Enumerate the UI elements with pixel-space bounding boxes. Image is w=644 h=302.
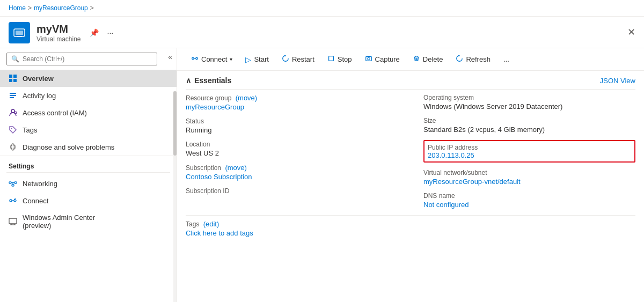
connect-btn-icon xyxy=(191,55,199,64)
more-toolbar-button[interactable]: ... xyxy=(498,52,515,67)
subscription-label: Subscription (move) xyxy=(186,164,398,172)
svg-rect-15 xyxy=(12,185,14,186)
resource-header: myVM Virtual machine 📌 ··· ✕ xyxy=(0,17,644,48)
svg-rect-5 xyxy=(9,79,12,82)
activity-log-label: Activity log xyxy=(23,92,56,100)
restart-icon xyxy=(282,55,289,64)
toolbar: Connect ▾ ▷ Start Restart Stop xyxy=(177,48,644,71)
vnet-label: Virtual network/subnet xyxy=(423,169,635,176)
essentials-header: ∧ Essentials JSON View xyxy=(186,71,635,90)
overview-icon xyxy=(9,74,17,83)
pin-button[interactable]: 📌 xyxy=(87,26,101,39)
dns-label: DNS name xyxy=(423,192,635,200)
vm-type: Virtual machine xyxy=(36,35,81,43)
delete-button[interactable]: Delete xyxy=(407,51,449,67)
field-dns: DNS name Not configured xyxy=(423,192,635,209)
subscription-move-link[interactable]: (move) xyxy=(225,164,246,172)
connect-button[interactable]: Connect ▾ xyxy=(186,51,238,67)
sidebar-item-diagnose[interactable]: Diagnose and solve problems xyxy=(0,138,177,156)
start-icon: ▷ xyxy=(245,55,251,64)
essentials-chevron-icon: ∧ xyxy=(186,76,191,85)
svg-rect-31 xyxy=(365,57,371,61)
size-value: Standard B2s (2 vcpus, 4 GiB memory) xyxy=(423,126,635,134)
sidebar-item-activity-log[interactable]: Activity log xyxy=(0,87,177,104)
breadcrumb-sep2: > xyxy=(90,4,94,12)
delete-label: Delete xyxy=(423,55,443,63)
breadcrumb-resource-group[interactable]: myResourceGroup xyxy=(34,4,88,12)
resource-group-value[interactable]: myResourceGroup xyxy=(186,103,398,111)
breadcrumb-home[interactable]: Home xyxy=(9,4,26,12)
diagnose-label: Diagnose and solve problems xyxy=(23,143,114,151)
os-value: Windows (Windows Server 2019 Datacenter) xyxy=(423,102,635,111)
sidebar-nav: Overview Activity log Access control (IA… xyxy=(0,70,177,302)
svg-point-11 xyxy=(14,112,17,114)
svg-point-10 xyxy=(11,109,14,113)
vnet-value[interactable]: myResourceGroup-vnet/default xyxy=(423,178,635,186)
close-button[interactable]: ✕ xyxy=(627,26,635,38)
resource-group-move-link[interactable]: (move) xyxy=(236,94,257,102)
os-label: Operating system xyxy=(423,94,635,101)
sidebar-item-connect[interactable]: Connect xyxy=(0,192,177,209)
content-area: Connect ▾ ▷ Start Restart Stop xyxy=(177,48,644,302)
field-status: Status Running xyxy=(186,117,398,134)
public-ip-label: Public IP address xyxy=(428,144,478,151)
start-button[interactable]: ▷ Start xyxy=(240,52,274,67)
stop-button[interactable]: Stop xyxy=(322,51,357,67)
svg-rect-2 xyxy=(17,36,22,37)
connect-label: Connect xyxy=(23,197,48,205)
sidebar-item-tags[interactable]: Tags xyxy=(0,121,177,138)
connect-chevron-icon: ▾ xyxy=(230,56,232,62)
sidebar-scrollbar-track xyxy=(173,91,177,302)
location-value: West US 2 xyxy=(186,149,398,157)
sidebar-item-access-control[interactable]: Access control (IAM) xyxy=(0,104,177,121)
stop-icon xyxy=(327,55,335,64)
sidebar-scrollbar-thumb xyxy=(173,91,177,156)
stop-label: Stop xyxy=(338,55,352,63)
subscription-value[interactable]: Contoso Subscription xyxy=(186,173,398,181)
svg-point-32 xyxy=(367,57,369,60)
svg-rect-22 xyxy=(9,218,17,224)
svg-rect-6 xyxy=(13,79,17,82)
connect-icon xyxy=(9,196,17,205)
resource-title-group: myVM Virtual machine xyxy=(36,23,81,43)
tags-add-link[interactable]: Click here to add tags xyxy=(186,229,253,237)
search-icon: 🔍 xyxy=(11,55,19,63)
delete-icon xyxy=(413,55,420,64)
refresh-button[interactable]: Refresh xyxy=(450,51,496,67)
dns-value[interactable]: Not configured xyxy=(423,201,635,209)
more-options-button[interactable]: ··· xyxy=(105,26,116,39)
field-public-ip: Public IP address 203.0.113.0.25 xyxy=(423,140,635,163)
refresh-icon xyxy=(456,55,463,64)
search-box[interactable]: 🔍 xyxy=(6,53,157,65)
essentials-panel: ∧ Essentials JSON View Resource group (m… xyxy=(177,71,644,302)
svg-point-18 xyxy=(10,200,12,202)
diagnose-icon xyxy=(9,143,17,151)
capture-button[interactable]: Capture xyxy=(360,51,405,67)
field-size: Size Standard B2s (2 vcpus, 4 GiB memory… xyxy=(423,117,635,134)
networking-label: Networking xyxy=(23,180,57,188)
connect-label: Connect xyxy=(201,55,227,63)
tags-edit-link[interactable]: (edit) xyxy=(203,220,219,228)
activity-log-icon xyxy=(9,91,17,100)
sidebar-item-windows-admin[interactable]: Windows Admin Center(preview) xyxy=(0,209,177,234)
field-subscription-id: Subscription ID xyxy=(186,187,398,196)
public-ip-value[interactable]: 203.0.113.0.25 xyxy=(428,151,474,159)
tags-icon xyxy=(9,126,17,134)
essentials-grid: Resource group (move) myResourceGroup St… xyxy=(186,90,635,209)
sidebar-item-overview[interactable]: Overview xyxy=(0,70,177,87)
field-os: Operating system Windows (Windows Server… xyxy=(423,94,635,111)
restart-button[interactable]: Restart xyxy=(276,51,320,67)
search-input[interactable] xyxy=(23,55,152,63)
essentials-title: ∧ Essentials xyxy=(186,76,231,85)
status-value: Running xyxy=(186,126,398,134)
access-control-icon xyxy=(9,108,17,117)
collapse-sidebar-button[interactable]: « xyxy=(164,50,177,63)
essentials-left-col: Resource group (move) myResourceGroup St… xyxy=(186,94,411,209)
ip-highlight-box: Public IP address 203.0.113.0.25 xyxy=(423,140,635,163)
svg-rect-30 xyxy=(328,56,333,61)
svg-rect-8 xyxy=(10,95,16,96)
field-subscription: Subscription (move) Contoso Subscription xyxy=(186,164,398,181)
sidebar-item-networking[interactable]: Networking xyxy=(0,175,177,192)
json-view-link[interactable]: JSON View xyxy=(600,77,635,85)
refresh-label: Refresh xyxy=(466,55,491,63)
